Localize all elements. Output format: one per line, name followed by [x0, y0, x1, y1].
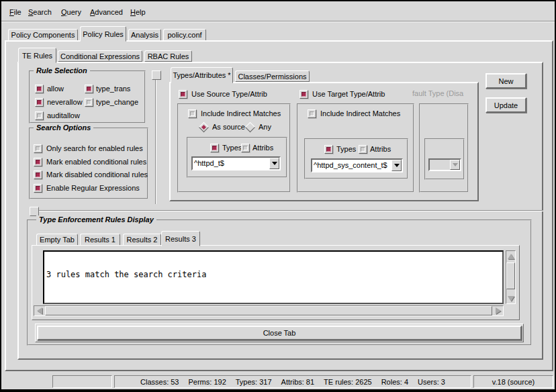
policy-version: v.18 (source): [492, 378, 535, 386]
tab-results-1[interactable]: Results 1: [80, 234, 120, 246]
scroll-down-icon[interactable]: [506, 293, 515, 303]
checkbox-auditallow-label: auditallow: [47, 111, 80, 120]
source-type-combobox-value: ^httpd_t$: [193, 158, 269, 169]
vertical-sash-line[interactable]: [155, 80, 156, 204]
menu-help[interactable]: Help: [130, 7, 146, 17]
tab-results-2[interactable]: Results 2: [123, 234, 161, 246]
checkbox-type-trans-label: type_trans: [96, 85, 130, 93]
menu-search[interactable]: Search: [28, 7, 52, 17]
horizontal-sash-line[interactable]: [39, 210, 543, 211]
tab-types-attributes[interactable]: Types/Attributes *: [171, 67, 233, 83]
menu-query[interactable]: Query: [61, 7, 81, 17]
checkbox-regex-label: Enable Regular Expressions: [46, 184, 140, 193]
app-window: File Search Query Advanced Help Policy C…: [0, 0, 556, 392]
menubar: File Search Query Advanced Help: [1, 1, 555, 21]
checkbox-mark-disabled[interactable]: [34, 170, 42, 179]
checkbox-use-source[interactable]: [179, 90, 187, 99]
stat-types: Types: 317: [236, 378, 272, 386]
tab-classes-permissions[interactable]: Classes/Permissions: [235, 70, 310, 82]
checkbox-use-target[interactable]: [299, 90, 308, 99]
results-title: Type Enforcement Rules Display: [36, 215, 156, 224]
results-text-area[interactable]: 3 rules match the search criteria (5822)…: [43, 250, 504, 304]
target-attribs-label: Attribs: [370, 145, 391, 154]
horizontal-sash-handle[interactable]: [30, 207, 39, 216]
tab-conditional-expressions[interactable]: Conditional Expressions: [58, 50, 142, 62]
vertical-scroll-thumb[interactable]: [506, 262, 515, 289]
rule-selection-title: Rule Selection: [34, 66, 90, 75]
status-box-stats: Classes: 53 Perms: 192 Types: 317 Attrib…: [114, 375, 471, 388]
menu-file[interactable]: File: [9, 7, 21, 17]
tab-policy-rules[interactable]: Policy Rules: [80, 26, 126, 42]
default-type-combobox: [428, 158, 461, 171]
menu-advanced[interactable]: Advanced: [90, 7, 123, 17]
checkbox-mark-enabled[interactable]: [34, 158, 42, 166]
tab-empty-tab[interactable]: Empty Tab: [36, 234, 78, 246]
checkbox-allow[interactable]: [35, 85, 44, 93]
checkbox-source-types[interactable]: [210, 144, 219, 152]
tab-te-rules[interactable]: TE Rules: [18, 48, 56, 63]
results-summary-line: 3 rules match the search criteria: [46, 271, 500, 279]
source-type-combobox[interactable]: ^httpd_t$: [191, 156, 281, 170]
checkbox-only-enabled[interactable]: [34, 144, 42, 153]
stat-perms: Perms: 192: [189, 378, 226, 386]
close-tab-button[interactable]: Close Tab: [37, 326, 522, 340]
source-indirect-label: Include Indirect Matches: [201, 109, 281, 118]
target-types-label: Types: [336, 145, 356, 154]
scroll-right-icon[interactable]: [493, 306, 503, 315]
checkbox-target-types[interactable]: [324, 145, 333, 154]
checkbox-neverallow[interactable]: [35, 98, 44, 107]
tab-rbac-rules[interactable]: RBAC Rules: [144, 50, 192, 62]
source-combobox-dropdown-icon[interactable]: [269, 158, 279, 169]
use-target-label: Use Target Type/Attrib: [312, 90, 385, 99]
tab-policy-conf[interactable]: policy.conf: [163, 29, 206, 41]
status-box-empty: [52, 375, 112, 388]
horizontal-scroll-thumb[interactable]: [45, 306, 492, 315]
checkbox-source-indirect[interactable]: [188, 109, 197, 118]
results-horizontal-scrollbar[interactable]: [34, 305, 504, 316]
default-type-label: fault Type (Disa: [412, 89, 469, 98]
scroll-left-icon[interactable]: [34, 306, 44, 315]
checkbox-allow-label: allow: [47, 85, 64, 93]
checkbox-neverallow-label: neverallow: [47, 98, 83, 107]
checkbox-only-enabled-label: Only search for enabled rules: [46, 144, 143, 153]
target-type-combobox-value: ^httpd_sys_content_t$: [312, 160, 391, 171]
source-attribs-label: Attribs: [252, 144, 273, 152]
stat-te-rules: TE rules: 2625: [324, 378, 372, 386]
status-box-version: v.18 (source): [473, 375, 553, 388]
default-type-combobox-value: [430, 160, 450, 170]
source-types-label: Types: [222, 144, 242, 152]
tab-analysis[interactable]: Analysis: [128, 29, 161, 41]
new-button[interactable]: New: [485, 73, 526, 89]
stat-classes: Classes: 53: [140, 378, 179, 386]
target-combobox-dropdown-icon[interactable]: [391, 160, 402, 171]
stat-users: Users: 3: [418, 378, 445, 386]
scroll-up-icon[interactable]: [506, 251, 515, 261]
tab-results-3[interactable]: Results 3: [161, 231, 200, 246]
use-source-label: Use Source Type/Attrib: [191, 90, 267, 99]
radio-as-source-label: As source: [212, 123, 245, 132]
checkbox-auditallow[interactable]: [35, 111, 44, 120]
tab-policy-components[interactable]: Policy Components: [8, 29, 78, 41]
checkbox-regex[interactable]: [34, 184, 42, 193]
stat-roles: Roles: 4: [381, 378, 408, 386]
checkbox-mark-enabled-label: Mark enabled conditional rules: [46, 158, 146, 166]
checkbox-type-change-label: type_change: [96, 98, 138, 107]
update-button[interactable]: Update: [485, 97, 526, 113]
checkbox-mark-disabled-label: Mark disabled conditional rules: [46, 170, 148, 179]
checkbox-target-indirect[interactable]: [308, 109, 316, 118]
checkbox-target-attribs[interactable]: [359, 145, 367, 154]
vertical-sash-handle[interactable]: [152, 70, 161, 80]
target-indirect-label: Include Indirect Matches: [320, 109, 400, 118]
results-vertical-scrollbar[interactable]: [506, 250, 516, 304]
search-options-title: Search Options: [34, 124, 93, 132]
menubar-separator: [1, 21, 555, 22]
default-type-dropdown-icon: [450, 160, 460, 170]
radio-any-label: Any: [259, 123, 271, 132]
stat-attribs: Attribs: 81: [281, 378, 315, 386]
checkbox-type-change[interactable]: [85, 98, 93, 107]
checkbox-type-trans[interactable]: [85, 85, 93, 93]
checkbox-source-attribs[interactable]: [241, 144, 250, 152]
target-type-combobox[interactable]: ^httpd_sys_content_t$: [311, 158, 403, 173]
